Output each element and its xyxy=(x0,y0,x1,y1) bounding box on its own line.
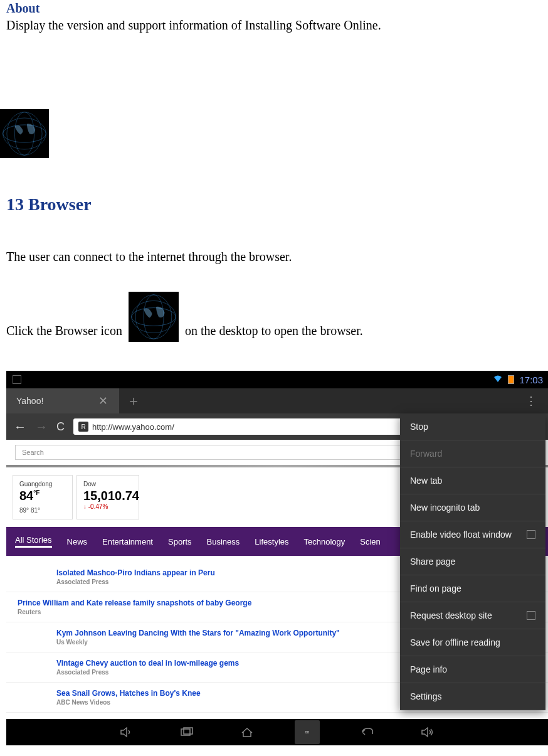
yahoo-nav-item[interactable]: All Stories xyxy=(15,535,52,548)
wifi-icon xyxy=(493,375,503,385)
weather-temp: 84°F xyxy=(19,489,66,503)
home-icon[interactable] xyxy=(234,727,260,738)
svg-rect-8 xyxy=(305,731,308,733)
recent-apps-icon[interactable] xyxy=(174,727,199,738)
menu-item-label: Share page xyxy=(410,556,455,567)
stock-value: 15,010.74 xyxy=(83,489,132,503)
stock-name: Dow xyxy=(83,481,132,487)
yahoo-nav-item[interactable]: Technology xyxy=(304,537,345,546)
stock-card[interactable]: Dow 15,010.74 ↓ -0.47% xyxy=(76,475,139,519)
menu-item: Forward xyxy=(400,440,545,467)
menu-item[interactable]: Save for offline reading xyxy=(400,629,545,656)
menu-item-label: Find on page xyxy=(410,583,461,594)
menu-item-label: New incognito tab xyxy=(410,503,480,513)
android-status-bar: 17:03 xyxy=(6,371,548,388)
menu-item-label: Request desktop site xyxy=(410,610,492,620)
browser-tab-active[interactable]: Yahoo! ✕ xyxy=(6,388,119,413)
browser-globe-icon-inline xyxy=(129,292,179,342)
card-spacer xyxy=(143,475,414,519)
volume-down-icon[interactable] xyxy=(114,727,139,738)
about-heading: About xyxy=(6,1,542,16)
menu-item-label: Stop xyxy=(410,422,428,432)
chapter-intro-text: The user can connect to the internet thr… xyxy=(6,250,542,264)
menu-item-label: New tab xyxy=(410,476,442,486)
menu-item[interactable]: Request desktop site xyxy=(400,602,545,629)
status-time: 17:03 xyxy=(519,375,543,385)
about-description: Display the version and support informat… xyxy=(6,18,542,33)
browser-globe-icon xyxy=(0,108,49,159)
site-favicon: R xyxy=(78,422,88,432)
menu-item-label: Save for offline reading xyxy=(410,637,500,647)
stock-change: ↓ -0.47% xyxy=(83,503,132,510)
svg-rect-9 xyxy=(307,732,308,732)
menu-item-label: Enable video float window xyxy=(410,530,512,540)
chapter-heading: 13 Browser xyxy=(6,194,542,215)
menu-item[interactable]: Share page xyxy=(400,548,545,575)
menu-checkbox[interactable] xyxy=(527,530,535,539)
back-button[interactable]: ← xyxy=(14,420,26,434)
menu-item[interactable]: Stop xyxy=(400,413,545,440)
browser-screenshot: 17:03 Yahoo! ✕ ＋ ⋮ ← → C R http://www.ya… xyxy=(6,371,548,745)
menu-item-label: Page info xyxy=(410,664,447,674)
menu-item[interactable]: Settings xyxy=(400,683,545,710)
menu-item[interactable]: Enable video float window xyxy=(400,521,545,548)
yahoo-nav-item[interactable]: Business xyxy=(207,537,240,546)
tab-close-icon[interactable]: ✕ xyxy=(98,394,108,408)
reload-button[interactable]: C xyxy=(56,420,65,434)
screenshot-icon[interactable] xyxy=(295,720,320,744)
browser-tab-bar: Yahoo! ✕ ＋ ⋮ xyxy=(6,388,548,413)
menu-item[interactable]: Page info xyxy=(400,656,545,683)
menu-item[interactable]: New tab xyxy=(400,467,545,494)
click-prefix: Click the Browser icon xyxy=(6,324,122,338)
yahoo-nav-item[interactable]: Scien xyxy=(360,537,381,546)
weather-card[interactable]: Guangdong 84°F 89° 81° xyxy=(13,475,73,519)
forward-button[interactable]: → xyxy=(35,420,48,434)
new-tab-button[interactable]: ＋ xyxy=(127,391,140,410)
click-suffix: on the desktop to open the browser. xyxy=(185,324,363,338)
weather-location: Guangdong xyxy=(19,481,66,487)
menu-item[interactable]: Find on page xyxy=(400,575,545,602)
android-navigation-bar xyxy=(6,719,548,745)
notification-icon xyxy=(13,375,21,384)
volume-up-icon[interactable] xyxy=(415,727,440,738)
back-icon[interactable] xyxy=(355,727,380,738)
weather-hilo: 89° 81° xyxy=(19,507,66,514)
menu-item-label: Settings xyxy=(410,691,442,701)
chapter-click-text: Click the Browser icon on the desktop to… xyxy=(6,292,542,338)
menu-item-label: Forward xyxy=(410,449,442,459)
yahoo-nav-item[interactable]: Lifestyles xyxy=(255,537,288,546)
yahoo-nav-item[interactable]: News xyxy=(67,537,88,546)
battery-icon xyxy=(508,375,514,384)
browser-context-menu: StopForwardNew tabNew incognito tabEnabl… xyxy=(400,413,545,710)
yahoo-nav-item[interactable]: Entertainment xyxy=(102,537,153,546)
yahoo-nav-item[interactable]: Sports xyxy=(168,537,192,546)
menu-item[interactable]: New incognito tab xyxy=(400,494,545,521)
url-text: http://www.yahoo.com/ xyxy=(92,422,174,432)
menu-checkbox[interactable] xyxy=(527,611,535,620)
tab-title: Yahoo! xyxy=(16,396,43,406)
tab-overflow-menu-icon[interactable]: ⋮ xyxy=(525,394,535,408)
